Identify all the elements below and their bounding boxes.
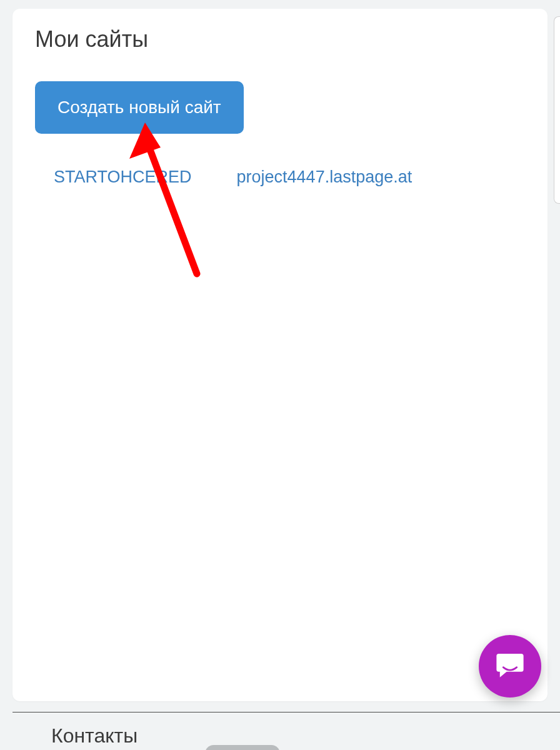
page-title: Мои сайты [35, 26, 525, 52]
chat-widget-button[interactable] [479, 635, 541, 698]
my-sites-card: Мои сайты Создать новый сайт STARTOHCERE… [12, 9, 548, 701]
divider [12, 712, 560, 712]
site-url-link[interactable]: project4447.lastpage.at [237, 168, 412, 187]
scrollbar[interactable] [554, 16, 560, 204]
create-site-button[interactable]: Создать новый сайт [35, 81, 244, 134]
chat-icon [493, 648, 527, 684]
contacts-heading: Контакты [51, 724, 138, 748]
site-name-link[interactable]: STARTOHCERED [54, 168, 192, 187]
bottom-scroll-indicator [205, 745, 280, 750]
sites-row: STARTOHCERED project4447.lastpage.at [35, 168, 525, 187]
